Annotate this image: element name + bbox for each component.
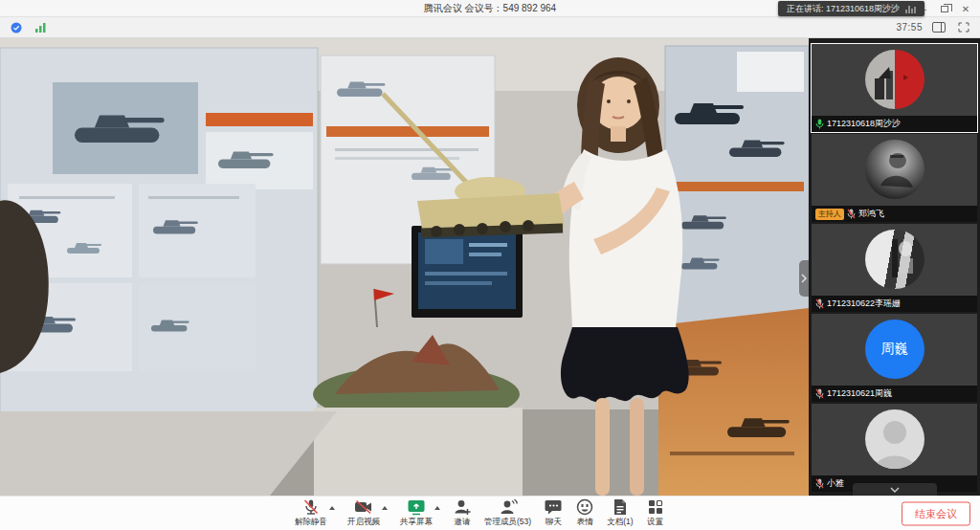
participant-tile[interactable]: 1712310618周沙沙 — [812, 44, 977, 132]
signal-icon[interactable] — [33, 20, 50, 35]
toolbar-button-label: 解除静音 — [295, 517, 327, 528]
speaking-toast-text: 正在讲话: 1712310618周沙沙 — [787, 3, 900, 15]
shield-icon[interactable] — [8, 20, 25, 35]
end-meeting-button[interactable]: 结束会议 — [902, 501, 970, 525]
toolbar-button-label: 设置 — [647, 517, 663, 528]
person-placeholder-icon — [865, 409, 924, 469]
participant-name-bar: 主持人 郑鸿飞 — [812, 206, 977, 222]
docs-icon — [611, 498, 630, 516]
meeting-bar: 37:55 — [0, 17, 980, 38]
participant-name: 郑鸿飞 — [858, 208, 884, 220]
sidebar-collapse-handle[interactable] — [799, 260, 809, 297]
participant-name-bar: 1712310618周沙沙 — [812, 116, 977, 132]
settings-button[interactable]: 设置 — [646, 498, 665, 528]
content-area: 1712310618周沙沙 主持人 郑鸿飞 — [0, 38, 980, 496]
participant-name: 1712310622李瑶姗 — [827, 298, 901, 310]
video-options-caret[interactable] — [382, 506, 388, 510]
participant-name: 小雅 — [827, 477, 844, 490]
participant-tile[interactable]: 小雅 — [812, 404, 977, 492]
participant-tile[interactable]: 周巍 1712310621周巍 — [812, 314, 977, 402]
mic-muted-icon — [847, 209, 856, 219]
start-video-button[interactable]: 开启视频 — [347, 498, 380, 528]
speaking-toast: 正在讲话: 1712310618周沙沙 — [778, 1, 924, 16]
share-screen-icon — [407, 498, 426, 516]
title-bar: 腾讯会议 会议号：549 892 964 正在讲话: 1712310618周沙沙… — [0, 0, 980, 17]
mic-muted-icon — [815, 478, 824, 489]
mic-muted-icon — [301, 498, 321, 516]
toolbar-button-label: 共享屏幕 — [400, 517, 433, 528]
toolbar-button-label: 管理成员(53) — [484, 517, 531, 528]
chat-icon — [544, 498, 563, 516]
manage-members-button[interactable]: 管理成员(53) — [484, 498, 531, 528]
avatar — [865, 140, 924, 199]
collapse-right-icon — [801, 274, 807, 283]
invite-button[interactable]: 邀请 — [453, 498, 472, 528]
participant-tile[interactable]: 主持人 郑鸿飞 — [812, 134, 977, 222]
emoji-icon — [575, 498, 594, 516]
collapse-down-icon — [890, 487, 900, 493]
toolbar-button-label: 邀请 — [455, 517, 471, 528]
toolbar-button-label: 开启视频 — [347, 517, 380, 528]
layout-switch-icon[interactable] — [930, 20, 947, 35]
mic-muted-icon — [815, 298, 824, 309]
docs-button[interactable]: 文档(1) — [607, 498, 633, 528]
toolbar-button-label: 文档(1) — [607, 517, 633, 528]
video-scene — [0, 38, 809, 496]
mic-on-icon — [815, 119, 824, 129]
share-options-caret[interactable] — [434, 506, 440, 510]
members-icon — [499, 498, 518, 516]
window-title: 腾讯会议 会议号：549 892 964 — [424, 2, 556, 15]
participant-tile[interactable]: 1712310622李瑶姗 — [812, 224, 977, 312]
restore-icon[interactable] — [934, 0, 955, 17]
chat-button[interactable]: 聊天 — [544, 498, 563, 528]
fullscreen-icon[interactable] — [955, 20, 972, 35]
toolbar-button-label: 聊天 — [546, 517, 562, 528]
close-icon[interactable]: ✕ — [955, 0, 976, 17]
unmute-options-caret[interactable] — [329, 506, 335, 510]
bottom-toolbar: 解除静音 开启视频 共享屏幕 — [0, 496, 980, 530]
share-screen-button[interactable]: 共享屏幕 — [400, 498, 433, 528]
avatar — [865, 230, 924, 289]
unmute-button[interactable]: 解除静音 — [295, 498, 327, 528]
toolbar-button-label: 表情 — [577, 517, 593, 528]
avatar: 周巍 — [865, 320, 924, 379]
apps-icon — [646, 498, 665, 516]
emoji-button[interactable]: 表情 — [575, 498, 594, 528]
participant-name-bar: 1712310621周巍 — [812, 386, 977, 402]
participant-name: 1712310618周沙沙 — [827, 118, 901, 130]
avatar — [865, 50, 924, 109]
sidebar-collapse-down[interactable] — [853, 483, 937, 496]
mic-muted-icon — [815, 388, 824, 399]
tencent-meeting-window: 腾讯会议 会议号：549 892 964 正在讲话: 1712310618周沙沙… — [0, 0, 980, 530]
camera-off-icon — [354, 498, 373, 516]
participant-name-bar: 1712310622李瑶姗 — [812, 296, 977, 312]
voice-wave-icon — [905, 5, 916, 13]
avatar-initials: 周巍 — [881, 341, 908, 358]
participants-sidebar: 1712310618周沙沙 主持人 郑鸿飞 — [809, 38, 980, 496]
main-video-feed — [0, 38, 809, 496]
participant-name: 1712310621周巍 — [827, 387, 892, 400]
meeting-timer: 37:55 — [896, 22, 923, 33]
avatar — [865, 409, 924, 469]
host-badge: 主持人 — [815, 209, 844, 220]
invite-icon — [453, 498, 472, 516]
